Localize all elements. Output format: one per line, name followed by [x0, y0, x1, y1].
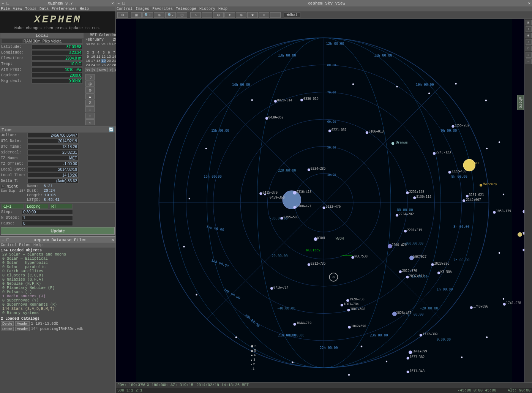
rt-input[interactable] [50, 204, 73, 209]
step-mode-input[interactable] [1, 204, 24, 209]
icon-btn-5[interactable]: ⧖ [85, 100, 95, 106]
pause-input[interactable] [22, 221, 73, 226]
sidereal-input[interactable] [27, 150, 79, 155]
tb-star-btn[interactable]: ★ [247, 12, 258, 18]
cal-day[interactable]: 5 [101, 51, 106, 55]
cal-nav-prev-prev[interactable]: << [85, 68, 92, 72]
cal-day[interactable]: 27 [106, 63, 111, 67]
menu-control[interactable]: Control [117, 7, 133, 11]
tz-name-input[interactable] [27, 156, 79, 161]
equinox-input[interactable] [32, 73, 83, 78]
icon-btn-6[interactable]: ↕ [85, 106, 95, 112]
rs-btn-1[interactable]: ⊞ [526, 20, 532, 25]
delta-t-input[interactable] [27, 178, 79, 183]
cal-day[interactable]: 9 [85, 55, 90, 59]
tb-dot1-btn[interactable]: · [202, 12, 212, 18]
db-close-icon[interactable]: ✕ [111, 237, 114, 242]
cal-day[interactable]: 12 [101, 55, 106, 59]
cal-day[interactable]: 11 [96, 55, 101, 59]
n-steps-input[interactable] [22, 215, 73, 220]
db-header-btn-1[interactable]: Header [15, 321, 30, 326]
rs-btn-3[interactable]: ⊕ [526, 33, 532, 38]
icon-btn-1[interactable]: ☽ [85, 74, 95, 80]
cal-day[interactable]: 23 [85, 63, 90, 67]
cal-day[interactable] [91, 47, 96, 51]
cal-nav-next[interactable]: > [109, 68, 113, 72]
rs-btn-7[interactable]: ↔ [526, 58, 532, 64]
tz-offset-input[interactable] [27, 161, 79, 166]
icon-btn-3[interactable]: ⊕ [85, 87, 95, 93]
menu-telescope[interactable]: Telescope [176, 7, 196, 11]
atm-pres-input[interactable] [32, 67, 83, 72]
icon-btn-8[interactable]: ○ [85, 119, 95, 125]
where-tab[interactable]: Where [517, 95, 524, 110]
local-time-input[interactable] [27, 173, 79, 178]
cal-day[interactable]: 4 [96, 51, 101, 55]
menu-view[interactable]: View [13, 7, 22, 11]
menu-help-right[interactable]: Help [218, 7, 227, 11]
db-delete-btn-2[interactable]: Delete [1, 327, 14, 331]
tb-grid-btn[interactable]: ⊞ [131, 12, 142, 18]
cal-day[interactable] [106, 47, 111, 51]
db-menu-control[interactable]: Control Files [1, 243, 30, 247]
temp-input[interactable] [32, 62, 83, 66]
cal-day-selected[interactable]: 19 [101, 59, 106, 63]
menu-help[interactable]: Help [80, 7, 89, 11]
tb-zoom-out-btn[interactable]: 🔍- [165, 12, 176, 18]
icon-btn-7[interactable]: ↕ [85, 113, 95, 119]
tb-custom-btn[interactable]: ⊡ [177, 12, 187, 18]
elevation-input[interactable] [32, 56, 83, 61]
tb-circle-btn[interactable]: ○ [190, 12, 201, 18]
local-date-input[interactable] [27, 167, 79, 172]
tb-field-btn[interactable]: ⚬ [259, 12, 269, 18]
update-button[interactable]: Update [1, 227, 115, 235]
menu-history[interactable]: History [199, 7, 215, 11]
cal-day[interactable] [85, 47, 90, 51]
cal-day[interactable]: 2 [85, 51, 90, 55]
db-delete-btn-1[interactable]: Delete [1, 321, 14, 326]
tb-zoom-in-btn[interactable]: 🔍+ [142, 12, 153, 18]
julian-input[interactable] [27, 133, 79, 138]
cal-day[interactable]: 10 [91, 55, 96, 59]
menu-data[interactable]: Data [39, 7, 49, 11]
rs-btn-6[interactable]: ≡ [526, 52, 532, 58]
menu-file[interactable]: File [1, 7, 10, 11]
menu-preferences[interactable]: Preferences [52, 7, 77, 11]
icon-btn-4[interactable]: ▲ [85, 93, 95, 99]
db-menu-help[interactable]: Help [33, 243, 43, 247]
cal-day[interactable]: 3 [91, 51, 96, 55]
cal-day[interactable]: 20 [106, 59, 111, 63]
utc-date-input[interactable] [27, 139, 79, 144]
rs-btn-2[interactable]: ↕ [526, 26, 532, 32]
tb-dot2-btn[interactable]: ⊙ [213, 12, 224, 18]
right-close-icon[interactable]: ✕ [528, 1, 530, 6]
cal-day[interactable] [96, 47, 101, 51]
tb-dot4-btn[interactable]: ⊛ [236, 12, 246, 18]
tb-dot3-btn[interactable]: ✦ [224, 12, 235, 18]
tb-center-btn[interactable]: ⊕ [154, 12, 164, 18]
cal-day[interactable]: 6 [106, 51, 111, 55]
sky-map[interactable]: 12h 00.00 13h 00.00 14h 00.00 11h 00.00 … [116, 19, 532, 382]
cal-nav-now[interactable]: Now [97, 68, 108, 72]
menu-tools[interactable]: Tools [25, 7, 36, 11]
close-left-icon[interactable]: ✕ [111, 1, 114, 6]
rs-btn-5[interactable]: □ [526, 46, 532, 51]
cal-day[interactable]: 26 [101, 63, 106, 67]
latitude-input[interactable] [32, 44, 83, 49]
cal-nav-prev[interactable]: < [92, 68, 96, 72]
time-clock-icon[interactable]: 🔄 [109, 127, 114, 132]
rs-btn-4[interactable]: ○ [526, 39, 532, 45]
tb-settings-btn[interactable]: ⚙ [117, 12, 128, 18]
menu-images[interactable]: Images [136, 7, 149, 11]
mag-decl-input[interactable] [32, 79, 83, 84]
cal-day[interactable]: 16 [85, 59, 90, 63]
icon-btn-2[interactable]: ◎ [85, 80, 95, 87]
db-header-btn-2[interactable]: Header [15, 327, 30, 331]
cal-day[interactable]: 24 [91, 63, 96, 67]
step-val-input[interactable] [22, 210, 73, 215]
cal-day[interactable]: 17 [91, 59, 96, 63]
tb-dots-btn[interactable]: ⋯ [270, 12, 281, 18]
looping-input[interactable] [25, 204, 48, 209]
night-radio[interactable]: ○ [1, 184, 5, 189]
longitude-input[interactable] [32, 50, 83, 55]
